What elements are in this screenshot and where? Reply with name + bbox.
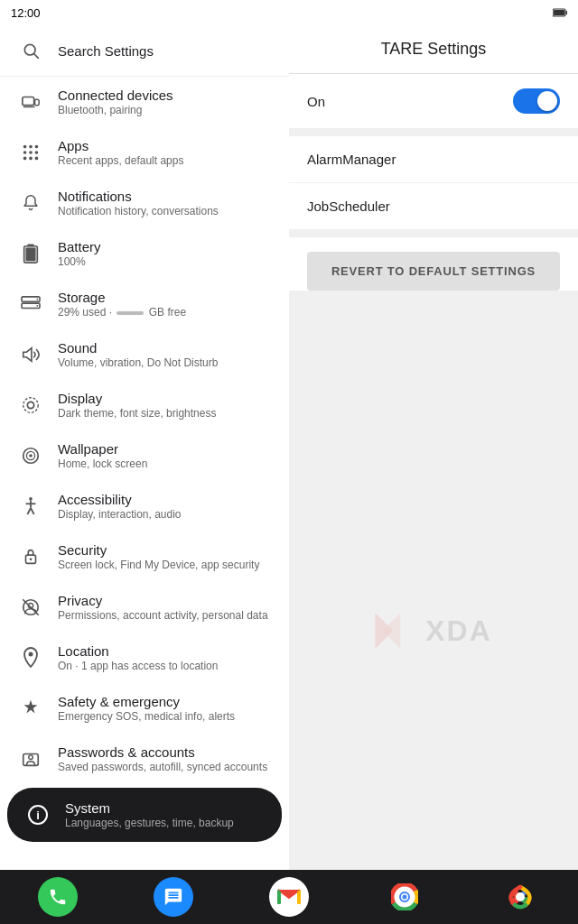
search-icon (14, 34, 47, 67)
sound-title: Sound (58, 340, 275, 356)
passwords-icon (14, 743, 47, 775)
svg-point-37 (30, 558, 33, 560)
phone-nav-button[interactable] (38, 877, 78, 917)
svg-rect-18 (27, 244, 33, 246)
sidebar-item-location[interactable]: Location On · 1 app has access to locati… (0, 633, 289, 683)
svg-point-13 (35, 151, 39, 154)
sidebar-item-search[interactable]: Search Settings (0, 25, 289, 77)
display-text: Display Dark theme, font size, brightnes… (58, 391, 275, 420)
battery-text: Battery 100% (58, 239, 275, 268)
sidebar-item-notifications[interactable]: Notifications Notification history, conv… (0, 178, 289, 228)
security-title: Security (58, 542, 275, 558)
passwords-sub: Saved passwords, autofill, synced accoun… (58, 761, 275, 773)
job-scheduler-label: JobScheduler (307, 199, 390, 214)
safety-sub: Emergency SOS, medical info, alerts (58, 710, 275, 723)
sidebar-item-privacy[interactable]: Privacy Permissions, account activity, p… (0, 582, 289, 633)
notifications-text: Notifications Notification history, conv… (58, 189, 275, 217)
search-label: Search Settings (58, 43, 275, 59)
connected-devices-icon (14, 86, 47, 118)
sidebar-item-passwords[interactable]: Passwords & accounts Saved passwords, au… (0, 734, 289, 784)
svg-rect-47 (277, 890, 281, 904)
on-toggle[interactable] (513, 88, 560, 114)
svg-point-30 (29, 454, 33, 457)
sidebar-item-safety[interactable]: Safety & emergency Emergency SOS, medica… (0, 683, 289, 734)
system-sub: Languages, gestures, time, backup (65, 817, 267, 829)
sound-sub: Volume, vibration, Do Not Disturb (58, 356, 275, 369)
svg-point-27 (23, 398, 39, 413)
battery-icon (14, 237, 47, 270)
notifications-sub: Notification history, conversations (58, 205, 275, 217)
sidebar-item-battery[interactable]: Battery 100% (0, 228, 289, 279)
wallpaper-text: Wallpaper Home, lock screen (58, 441, 275, 470)
photos-nav-button[interactable] (500, 877, 540, 917)
xda-text: XDA (425, 614, 492, 648)
storage-text: Storage 29% used · GB free (58, 290, 275, 319)
system-icon: i (22, 799, 54, 831)
connected-devices-text: Connected devices Bluetooth, pairing (58, 88, 275, 116)
status-time: 12:00 (11, 6, 41, 20)
notifications-icon (14, 187, 47, 219)
apps-icon (14, 136, 47, 169)
safety-title: Safety & emergency (58, 694, 275, 709)
svg-line-35 (31, 508, 34, 514)
chrome-nav-button[interactable] (385, 877, 424, 917)
safety-icon (14, 692, 47, 725)
status-bar: 12:00 (0, 0, 578, 25)
gmail-nav-button[interactable] (269, 877, 309, 917)
sidebar-item-accessibility[interactable]: Accessibility Display, interaction, audi… (0, 481, 289, 531)
svg-rect-6 (35, 99, 40, 105)
connected-devices-title: Connected devices (58, 88, 275, 103)
location-sub: On · 1 app has access to location (58, 660, 275, 672)
sidebar-item-security[interactable]: Security Screen lock, Find My Device, ap… (0, 531, 289, 582)
location-text: Location On · 1 app has access to locati… (58, 643, 275, 672)
sidebar-item-display[interactable]: Display Dark theme, font size, brightnes… (0, 380, 289, 430)
svg-rect-2 (566, 11, 568, 14)
search-title: Search Settings (58, 43, 275, 59)
svg-line-4 (34, 54, 39, 59)
svg-marker-44 (375, 613, 393, 649)
messages-nav-button[interactable] (154, 877, 193, 917)
svg-point-8 (23, 145, 27, 149)
revert-button[interactable]: REVERT TO DEFAULT SETTINGS (307, 252, 560, 291)
passwords-title: Passwords & accounts (58, 744, 275, 760)
svg-point-11 (23, 151, 27, 154)
tare-settings-section: On AlarmManager JobScheduler REVERT TO D… (289, 74, 578, 291)
sidebar-item-storage[interactable]: Storage 29% used · GB free (0, 279, 289, 329)
toggle-row[interactable]: On (289, 74, 578, 129)
battery-sub: 100% (58, 255, 275, 268)
panel-title: TARE Settings (289, 25, 578, 74)
svg-rect-20 (26, 248, 36, 262)
svg-point-24 (36, 305, 38, 307)
display-sub: Dark theme, font size, brightness (58, 407, 275, 420)
svg-point-26 (27, 402, 33, 408)
sidebar-item-apps[interactable]: Apps Recent apps, default apps (0, 127, 289, 178)
sidebar-item-system[interactable]: i System Languages, gestures, time, back… (7, 788, 282, 842)
display-title: Display (58, 391, 275, 406)
storage-title: Storage (58, 290, 275, 305)
display-icon (14, 389, 47, 421)
sidebar-item-wallpaper[interactable]: Wallpaper Home, lock screen (0, 430, 289, 481)
wallpaper-title: Wallpaper (58, 441, 275, 457)
right-panel: TARE Settings On AlarmManager JobSchedul… (289, 25, 578, 870)
system-text: System Languages, gestures, time, backup (65, 800, 267, 829)
settings-sidebar: Search Settings Connected devices Blueto… (0, 25, 289, 870)
svg-line-34 (27, 508, 31, 514)
alarm-manager-row[interactable]: AlarmManager (289, 136, 578, 183)
sidebar-item-sound[interactable]: Sound Volume, vibration, Do Not Disturb (0, 329, 289, 380)
notifications-title: Notifications (58, 189, 275, 204)
svg-point-16 (35, 157, 39, 161)
sidebar-item-connected-devices[interactable]: Connected devices Bluetooth, pairing (0, 77, 289, 127)
system-title: System (65, 800, 267, 816)
apps-sub: Recent apps, default apps (58, 154, 275, 167)
bottom-nav (0, 870, 578, 924)
svg-point-52 (403, 895, 407, 900)
accessibility-text: Accessibility Display, interaction, audi… (58, 492, 275, 521)
privacy-icon (14, 591, 47, 624)
svg-point-12 (29, 151, 33, 154)
svg-point-14 (23, 157, 27, 161)
connected-devices-sub: Bluetooth, pairing (58, 104, 275, 116)
svg-point-54 (516, 892, 525, 901)
job-scheduler-row[interactable]: JobScheduler (289, 183, 578, 230)
xda-watermark-area: XDA (289, 472, 578, 870)
svg-rect-48 (297, 890, 301, 904)
